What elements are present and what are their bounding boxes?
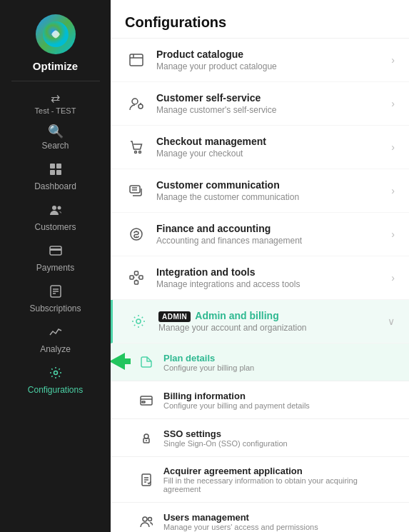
finance-accounting-subtitle: Accounting and finances management xyxy=(156,236,385,246)
svg-point-18 xyxy=(138,104,143,109)
acquirer-agreement-title: Acquirer agreement application xyxy=(163,466,395,476)
page-title: Configurations xyxy=(111,0,409,39)
svg-point-5 xyxy=(52,206,56,210)
acquirer-agreement-subtitle: Fill in the necessary information to obt… xyxy=(163,476,395,493)
svg-rect-4 xyxy=(56,170,61,175)
sub-item-acquirer-agreement[interactable]: Acquirer agreement application Fill in t… xyxy=(111,457,409,503)
users-management-title: Users management xyxy=(163,512,318,523)
admin-badge: ADMIN xyxy=(158,311,191,322)
sidebar-subscriptions-label: Subscriptions xyxy=(29,303,81,313)
svg-rect-21 xyxy=(130,186,140,193)
billing-information-title: Billing information xyxy=(163,391,310,401)
sidebar-item-analyze[interactable]: Analyze xyxy=(0,319,111,360)
svg-rect-14 xyxy=(130,54,143,66)
integration-tools-icon xyxy=(125,266,148,289)
main-content: Configurations Product catalogue Manage … xyxy=(111,0,409,532)
finance-accounting-title: Finance and accounting xyxy=(156,223,385,234)
finance-accounting-icon xyxy=(125,223,148,246)
workspace-switcher[interactable]: ⇄ Test - TEST xyxy=(0,87,111,119)
product-catalogue-icon xyxy=(125,49,148,71)
workspace-label: Test - TEST xyxy=(35,106,76,115)
sub-item-sso-settings[interactable]: SSO settings Single Sign-On (SSO) config… xyxy=(111,419,409,457)
svg-point-45 xyxy=(148,518,152,521)
workspace-switch-icon: ⇄ xyxy=(51,91,60,105)
users-management-icon xyxy=(136,511,156,531)
dashboard-icon xyxy=(49,162,63,179)
plan-details-icon xyxy=(136,352,156,372)
svg-point-33 xyxy=(136,319,141,323)
users-management-subtitle: Manage your users' access and permission… xyxy=(163,523,318,531)
customer-communication-title: Customer communication xyxy=(156,179,385,191)
sidebar: Optimize ⇄ Test - TEST 🔍 Search Dashboar… xyxy=(0,0,111,532)
svg-rect-3 xyxy=(50,170,55,175)
customer-self-service-icon xyxy=(125,92,148,115)
admin-billing-title: Admin and billing xyxy=(195,310,278,321)
config-item-finance-accounting[interactable]: Finance and accounting Accounting and fi… xyxy=(111,213,409,256)
admin-billing-subtitle: Manage your account and organization xyxy=(158,323,382,333)
customer-communication-icon xyxy=(125,179,148,202)
sidebar-configurations-label: Configurations xyxy=(28,385,83,395)
app-logo xyxy=(36,14,76,54)
customers-icon xyxy=(49,203,63,219)
customer-self-service-arrow: › xyxy=(391,98,395,109)
config-item-admin-billing[interactable]: ADMIN Admin and billing Manage your acco… xyxy=(111,300,409,343)
svg-rect-35 xyxy=(141,396,152,405)
search-icon: 🔍 xyxy=(48,125,64,138)
sidebar-dashboard-label: Dashboard xyxy=(34,181,76,191)
sidebar-item-dashboard[interactable]: Dashboard xyxy=(0,156,111,197)
sidebar-analyze-label: Analyze xyxy=(40,344,71,354)
app-name: Optimize xyxy=(33,60,78,72)
sub-item-plan-details[interactable]: Plan details Configure your billing plan xyxy=(111,343,409,381)
sso-settings-title: SSO settings xyxy=(163,428,288,439)
config-item-integration-tools[interactable]: Integration and tools Manage integration… xyxy=(111,256,409,300)
svg-rect-28 xyxy=(135,281,138,284)
sub-item-billing-information[interactable]: Billing information Configure your billi… xyxy=(111,381,409,419)
product-catalogue-title: Product catalogue xyxy=(156,49,385,60)
svg-point-19 xyxy=(135,151,137,154)
svg-rect-1 xyxy=(50,164,55,169)
svg-marker-34 xyxy=(111,353,131,370)
sidebar-item-customers[interactable]: Customers xyxy=(0,197,111,238)
sso-settings-subtitle: Single Sign-On (SSO) configuration xyxy=(163,439,288,448)
payments-icon xyxy=(49,244,63,260)
plan-details-title: Plan details xyxy=(163,353,254,363)
config-item-product-catalogue[interactable]: Product catalogue Manage your product ca… xyxy=(111,39,409,82)
finance-accounting-arrow: › xyxy=(391,229,395,240)
svg-point-17 xyxy=(132,99,138,104)
svg-point-20 xyxy=(139,151,141,154)
svg-point-44 xyxy=(143,517,147,521)
customer-communication-arrow: › xyxy=(391,185,395,196)
customer-communication-subtitle: Manage the customer communication xyxy=(156,192,385,202)
svg-point-6 xyxy=(57,206,61,210)
integration-tools-subtitle: Manage integrations and access tools xyxy=(156,279,385,289)
integration-tools-arrow: › xyxy=(391,272,395,283)
sidebar-divider xyxy=(11,81,100,81)
product-catalogue-arrow: › xyxy=(391,54,395,66)
checkout-management-subtitle: Manage your checkout xyxy=(156,149,385,159)
sidebar-search-label: Search xyxy=(41,141,69,151)
configurations-icon xyxy=(49,366,63,382)
svg-rect-27 xyxy=(135,271,138,275)
checkout-management-title: Checkout management xyxy=(156,136,385,147)
svg-rect-2 xyxy=(56,164,61,169)
sidebar-item-configurations[interactable]: Configurations xyxy=(0,360,111,401)
checkout-management-icon xyxy=(125,136,148,159)
acquirer-agreement-icon xyxy=(136,470,156,490)
billing-information-icon xyxy=(136,390,156,410)
config-item-checkout-management[interactable]: Checkout management Manage your checkout… xyxy=(111,126,409,169)
sidebar-item-search[interactable]: 🔍 Search xyxy=(0,119,111,156)
admin-billing-icon xyxy=(127,310,150,333)
sso-settings-icon xyxy=(136,428,156,448)
billing-information-subtitle: Configure your billing and payment detai… xyxy=(163,401,310,410)
sidebar-payments-label: Payments xyxy=(36,263,74,273)
sidebar-item-payments[interactable]: Payments xyxy=(0,238,111,278)
analyze-icon xyxy=(49,325,63,341)
sidebar-item-subscriptions[interactable]: Subscriptions xyxy=(0,278,111,319)
green-arrow-indicator xyxy=(111,351,131,374)
subscriptions-icon xyxy=(49,284,63,301)
config-item-customer-self-service[interactable]: Customer self-service Manage customer's … xyxy=(111,82,409,126)
sub-item-users-management[interactable]: Users management Manage your users' acce… xyxy=(111,503,409,532)
config-item-customer-communication[interactable]: Customer communication Manage the custom… xyxy=(111,169,409,213)
svg-rect-25 xyxy=(130,276,133,279)
sub-item-wrapper-plan-details: Plan details Configure your billing plan xyxy=(111,343,409,381)
